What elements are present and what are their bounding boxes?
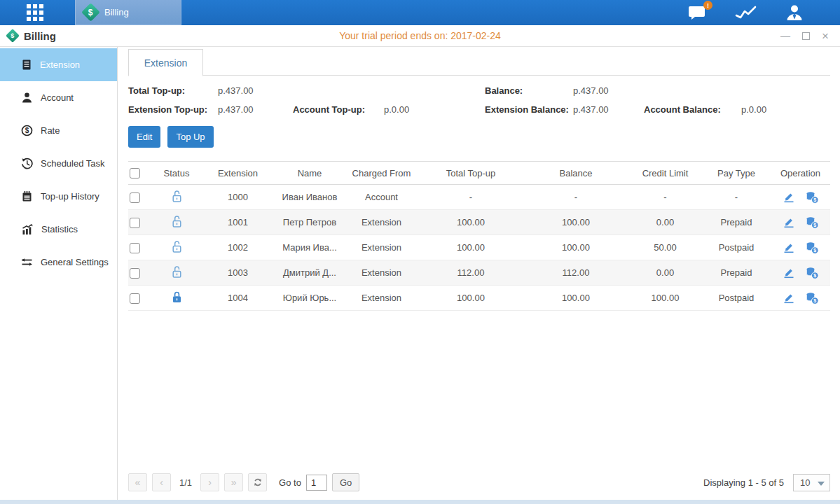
user-account-icon[interactable]	[785, 4, 804, 21]
sidebar-item-extension[interactable]: Extension	[0, 48, 117, 81]
sidebar-item-label: Extension	[40, 59, 80, 70]
status-lock-icon	[152, 235, 201, 260]
row-checkbox[interactable]	[130, 293, 140, 304]
sidebar-item-scheduled-task[interactable]: Scheduled Task	[0, 147, 117, 180]
col-balance: Balance	[523, 162, 628, 185]
cell-name: Дмитрий Д...	[275, 260, 345, 286]
row-checkbox[interactable]	[130, 192, 140, 203]
goto-page-input[interactable]	[306, 475, 327, 491]
table-header-row: Status Extension Name Charged From Total…	[128, 162, 830, 185]
extensions-table: Status Extension Name Charged From Total…	[128, 161, 830, 311]
window-bottom-edge	[0, 500, 840, 504]
notepad-icon	[21, 190, 33, 202]
sidebar-item-rate[interactable]: $ Rate	[0, 114, 117, 147]
sidebar-item-general-settings[interactable]: General Settings	[0, 246, 117, 279]
extension-balance-value: p.437.00	[573, 104, 644, 115]
col-name: Name	[275, 162, 345, 185]
cell-charged-from: Account	[345, 185, 418, 210]
edit-pencil-icon[interactable]	[783, 216, 795, 228]
page-indicator: 1/1	[179, 477, 192, 488]
first-page-button[interactable]: «	[128, 473, 147, 491]
sidebar-item-statistics[interactable]: Statistics	[0, 213, 117, 246]
col-operation: Operation	[771, 162, 830, 185]
topup-coins-icon[interactable]: $	[805, 292, 819, 304]
prev-page-button[interactable]: ‹	[152, 473, 171, 491]
edit-button[interactable]: Edit	[128, 126, 160, 148]
topup-coins-icon[interactable]: $	[805, 267, 819, 279]
row-checkbox[interactable]	[130, 243, 140, 253]
col-pay-type: Pay Type	[702, 162, 771, 185]
sidebar-item-account[interactable]: Account	[0, 81, 117, 114]
cell-extension: 1002	[201, 235, 275, 260]
sidebar-item-topup-history[interactable]: Top-up History	[0, 180, 117, 213]
cell-credit-limit: 50.00	[628, 235, 702, 260]
cell-pay-type: Postpaid	[702, 286, 771, 311]
topup-coins-icon[interactable]: $	[805, 241, 819, 254]
chevron-down-icon	[818, 482, 825, 486]
taskbar-tab-label: Billing	[104, 7, 129, 18]
cell-pay-type: Postpaid	[702, 235, 771, 260]
account-balance-label: Account Balance:	[644, 104, 741, 115]
window-content: Extension Account $ Rate Scheduled Task	[0, 47, 840, 500]
svg-text:$: $	[25, 127, 29, 134]
topup-coins-icon[interactable]: $	[805, 191, 819, 204]
tab-label: Extension	[144, 57, 187, 69]
total-topup-label: Total Top-up:	[128, 85, 218, 96]
reports-chart-icon[interactable]	[735, 5, 757, 20]
maximize-icon[interactable]	[802, 32, 810, 40]
pagination-bar: « ‹ 1/1 › » Go to Go Displaying 1 - 5 of…	[128, 473, 830, 500]
row-checkbox[interactable]	[130, 218, 140, 228]
edit-pencil-icon[interactable]	[783, 292, 795, 304]
extension-balance-label: Extension Balance:	[485, 104, 573, 115]
summary-panel: Total Top-up: p.437.00 Balance: p.437.00…	[128, 85, 830, 115]
refresh-button[interactable]	[248, 473, 267, 491]
sidebar-item-label: Scheduled Task	[41, 158, 105, 169]
minimize-icon[interactable]: —	[780, 31, 790, 41]
last-page-button[interactable]: »	[224, 473, 243, 491]
taskbar-right-icons: !	[688, 4, 840, 21]
app-grid-icon[interactable]	[27, 4, 43, 21]
topup-coins-icon[interactable]: $	[805, 216, 819, 229]
displaying-count: Displaying 1 - 5 of 5	[703, 477, 784, 488]
row-checkbox[interactable]	[130, 268, 140, 279]
total-topup-value: p.437.00	[218, 85, 293, 96]
edit-pencil-icon[interactable]	[783, 267, 795, 279]
table-row: 1001 Петр Петров Extension 100.00 100.00…	[128, 210, 830, 235]
window-controls: — ×	[686, 30, 840, 42]
col-status: Status	[152, 162, 201, 185]
goto-label: Go to	[279, 477, 301, 488]
pagination-right: Displaying 1 - 5 of 5 10	[703, 474, 830, 491]
page-size-select[interactable]: 10	[793, 474, 830, 491]
table-row: 1004 Юрий Юрь... Extension 100.00 100.00…	[128, 286, 830, 311]
balance-label: Balance:	[485, 85, 573, 96]
history-clock-icon	[21, 158, 33, 169]
go-button[interactable]: Go	[332, 473, 359, 491]
cell-credit-limit: 0.00	[628, 260, 702, 286]
edit-pencil-icon[interactable]	[783, 241, 795, 253]
messages-icon[interactable]: !	[688, 5, 707, 20]
cell-name: Петр Петров	[275, 210, 345, 235]
next-page-button[interactable]: ›	[200, 473, 219, 491]
sidebar-item-label: Rate	[41, 125, 60, 136]
svg-text:$: $	[813, 197, 816, 203]
trial-period-message: Your trial period ends on: 2017-02-24	[154, 30, 686, 41]
cell-total-topup: 100.00	[418, 286, 523, 311]
col-extension: Extension	[201, 162, 275, 185]
stats-chart-icon	[21, 223, 34, 235]
taskbar-tab-billing[interactable]: $ Billing	[75, 0, 181, 25]
cell-total-topup: 100.00	[418, 210, 523, 235]
tab-extension[interactable]: Extension	[128, 49, 203, 76]
edit-pencil-icon[interactable]	[783, 191, 795, 203]
topup-button[interactable]: Top Up	[167, 126, 213, 148]
select-all-checkbox[interactable]	[130, 168, 140, 178]
cell-extension: 1004	[201, 286, 275, 311]
taskbar: $ Billing !	[0, 0, 840, 25]
account-topup-value: p.0.00	[384, 104, 485, 115]
cell-credit-limit: -	[628, 185, 702, 210]
extension-topup-value: p.437.00	[218, 104, 293, 115]
tab-strip: Extension	[128, 47, 830, 76]
status-lock-icon	[152, 210, 201, 235]
close-icon[interactable]: ×	[822, 30, 829, 42]
cell-charged-from: Extension	[345, 286, 418, 311]
toolbar: Edit Top Up	[128, 126, 830, 148]
